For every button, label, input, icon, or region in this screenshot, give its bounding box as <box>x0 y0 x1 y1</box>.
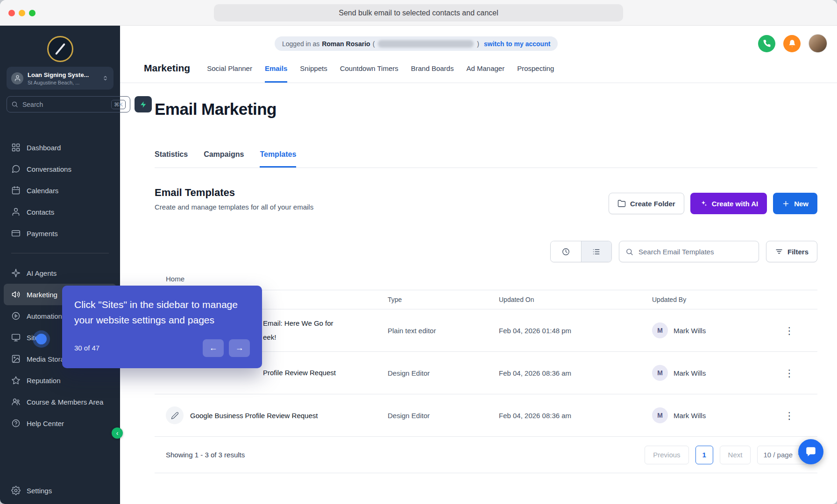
template-name-line: Google Business Profile Review Request <box>190 412 318 420</box>
phone-button[interactable] <box>758 35 775 52</box>
zap-icon <box>140 101 147 108</box>
tour-progress: 30 of 47 <box>74 344 99 352</box>
template-updated-by: M Mark Wills <box>652 322 761 338</box>
create-with-ai-label: Create with AI <box>712 200 758 208</box>
table-row[interactable]: Google Business Profile Review Request D… <box>155 394 817 437</box>
tab-campaigns[interactable]: Campaigns <box>204 150 244 168</box>
sidebar-search-row: ⌘K <box>7 96 113 112</box>
section-title: Email Templates <box>155 187 313 199</box>
row-menu-button[interactable]: ⋮ <box>761 326 817 336</box>
next-page-button[interactable]: Next <box>720 446 751 464</box>
tab-snippets[interactable]: Snippets <box>300 54 327 83</box>
create-folder-button[interactable]: Create Folder <box>609 193 684 214</box>
recent-view-button[interactable] <box>551 241 581 262</box>
zoom-window-button[interactable] <box>29 10 35 16</box>
chat-widget-button[interactable] <box>798 439 823 464</box>
quick-actions-button[interactable] <box>135 96 152 112</box>
tab-brand-boards[interactable]: Brand Boards <box>411 54 454 83</box>
sidebar-item-help-center[interactable]: Help Center <box>0 413 120 434</box>
email-marketing-tabs: Statistics Campaigns Templates <box>155 150 817 168</box>
sidebar-item-label: Automation <box>27 312 62 320</box>
sidebar-item-ai-agents[interactable]: AI Agents <box>0 262 120 284</box>
tab-emails[interactable]: Emails <box>265 54 287 83</box>
template-name-line: eek! <box>263 330 388 344</box>
create-with-ai-button[interactable]: Create with AI <box>690 193 767 214</box>
tab-templates[interactable]: Templates <box>260 150 296 168</box>
logged-in-banner: Logged in as Roman Rosario ( ) switch to… <box>275 36 558 51</box>
window-controls <box>8 10 35 16</box>
star-icon <box>11 376 21 385</box>
sidebar-item-label: Conversations <box>27 165 71 173</box>
template-name[interactable]: Google Business Profile Review Request <box>155 406 388 424</box>
sidebar-item-conversations[interactable]: Conversations <box>0 158 120 180</box>
sidebar-item-course-members[interactable]: Course & Members Area <box>0 391 120 413</box>
sidebar: Loan Signing Syste... St Augustine Beach… <box>0 26 120 504</box>
sidebar-item-calendars[interactable]: Calendars <box>0 180 120 201</box>
paren-close: ) <box>477 40 479 48</box>
column-type: Type <box>388 296 499 303</box>
sidebar-item-label: Dashboard <box>27 144 61 152</box>
megaphone-icon <box>11 290 21 299</box>
sparkles-icon <box>699 199 708 208</box>
tab-statistics[interactable]: Statistics <box>155 150 188 168</box>
template-search-input[interactable] <box>638 247 752 256</box>
notifications-button[interactable] <box>783 35 801 52</box>
sidebar-item-label: Marketing <box>27 291 57 299</box>
media-icon <box>11 354 21 364</box>
previous-page-button[interactable]: Previous <box>645 446 688 464</box>
chevron-updown-icon <box>102 75 109 82</box>
page-1-button[interactable]: 1 <box>695 446 713 464</box>
sidebar-divider <box>11 253 109 253</box>
switch-account-link[interactable]: switch to my account <box>484 40 550 48</box>
tour-next-button[interactable]: → <box>229 339 250 357</box>
gear-icon <box>11 486 21 495</box>
create-folder-label: Create Folder <box>630 200 675 208</box>
templates-toolbar: Filters <box>155 241 817 262</box>
account-avatar-icon <box>11 72 23 84</box>
close-window-button[interactable] <box>8 10 15 16</box>
template-updated-on: Feb 04, 2026 08:36 am <box>499 412 652 420</box>
section-subtitle: Create and manage templates for all of y… <box>155 203 313 211</box>
sidebar-item-contacts[interactable]: Contacts <box>0 201 120 223</box>
list-view-button[interactable] <box>581 241 611 262</box>
results-summary: Showing 1 - 3 of 3 results <box>166 451 245 459</box>
template-search[interactable] <box>619 241 759 262</box>
tab-ad-manager[interactable]: Ad Manager <box>466 54 504 83</box>
minimize-window-button[interactable] <box>19 10 25 16</box>
calendars-icon <box>11 186 21 195</box>
account-switcher[interactable]: Loan Signing Syste... St Augustine Beach… <box>7 67 113 90</box>
tab-prospecting[interactable]: Prospecting <box>517 54 554 83</box>
pagination: Previous 1 Next 10 / page <box>645 446 809 464</box>
new-template-button[interactable]: New <box>773 193 817 214</box>
filters-label: Filters <box>787 248 809 256</box>
template-updated-by: M Mark Wills <box>652 365 761 381</box>
sites-icon <box>11 333 21 342</box>
breadcrumb[interactable]: Home <box>155 275 817 283</box>
tour-back-button[interactable]: ← <box>203 339 224 357</box>
search-icon <box>11 101 18 108</box>
agency-logo <box>47 36 73 62</box>
sidebar-item-payments[interactable]: Payments <box>0 223 120 244</box>
user-initial-avatar: M <box>652 322 668 338</box>
tour-text: Click "Sites" in the sidebar to manage y… <box>74 297 250 328</box>
sidebar-collapse-button[interactable]: ‹ <box>112 427 123 439</box>
nav-title: Marketing <box>144 63 190 74</box>
row-menu-button[interactable]: ⋮ <box>761 368 817 378</box>
filters-button[interactable]: Filters <box>766 241 817 262</box>
tour-beacon[interactable] <box>36 334 47 344</box>
sidebar-item-label: Help Center <box>27 420 64 427</box>
user-avatar[interactable] <box>809 34 827 53</box>
marketing-nav: Marketing Social Planner Emails Snippets… <box>120 54 837 83</box>
sidebar-search-input[interactable] <box>21 100 108 109</box>
tour-tooltip: Click "Sites" in the sidebar to manage y… <box>62 286 262 368</box>
sidebar-item-settings[interactable]: Settings <box>0 480 120 501</box>
browser-tab-title: Send bulk email to selected contacts and… <box>214 4 623 21</box>
tab-social-planner[interactable]: Social Planner <box>207 54 252 83</box>
row-menu-button[interactable]: ⋮ <box>761 411 817 420</box>
sidebar-item-reputation[interactable]: Reputation <box>0 370 120 391</box>
sidebar-item-dashboard[interactable]: Dashboard <box>0 137 120 158</box>
logged-in-prefix: Logged in as <box>282 40 319 48</box>
tab-countdown-timers[interactable]: Countdown Timers <box>340 54 398 83</box>
sidebar-item-label: AI Agents <box>27 269 57 277</box>
sidebar-search[interactable]: ⌘K <box>7 96 130 112</box>
